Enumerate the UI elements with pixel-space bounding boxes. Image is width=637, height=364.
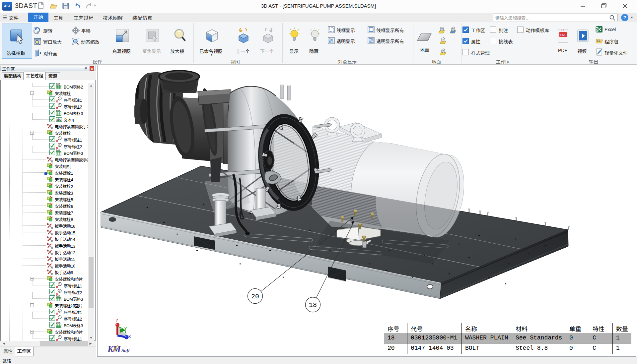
svg-text:PDF: PDF (560, 33, 567, 36)
svg-text:1: 1 (59, 316, 61, 319)
svg-text:1: 1 (59, 289, 61, 292)
svg-text:1: 1 (59, 336, 61, 339)
svg-text:1: 1 (59, 144, 61, 147)
svg-text:EXE: EXE (598, 40, 601, 42)
svg-text:abc: abc (56, 118, 61, 121)
svg-text:1: 1 (59, 137, 61, 140)
svg-text:X: X (128, 334, 131, 340)
svg-text:18: 18 (309, 301, 317, 309)
svg-text:1: 1 (59, 97, 61, 100)
svg-text:AB: AB (212, 36, 217, 40)
svg-text:20: 20 (251, 293, 259, 300)
svg-text:Y: Y (124, 326, 127, 332)
svg-text:1: 1 (59, 309, 61, 312)
svg-text:1: 1 (59, 104, 61, 107)
svg-text:Z: Z (115, 318, 118, 324)
svg-text:1: 1 (59, 283, 61, 286)
